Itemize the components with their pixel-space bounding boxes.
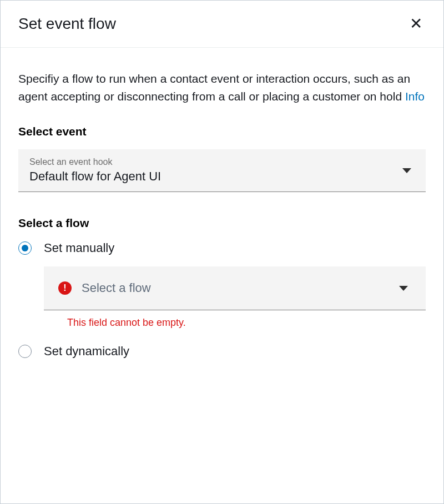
radio-manual[interactable] bbox=[18, 241, 32, 255]
chevron-down-icon bbox=[402, 168, 411, 173]
close-icon: ✕ bbox=[410, 16, 422, 32]
event-hook-select-inner: Select an event hook Default flow for Ag… bbox=[29, 157, 402, 184]
info-link[interactable]: Info bbox=[405, 90, 425, 103]
flow-select-error: This field cannot be empty. bbox=[67, 317, 426, 329]
chevron-down-icon bbox=[399, 286, 408, 291]
select-event-label: Select event bbox=[18, 125, 426, 138]
description-text: Specifiy a flow to run when a contact ev… bbox=[18, 70, 426, 105]
radio-dynamic-label[interactable]: Set dynamically bbox=[44, 344, 129, 359]
flow-mode-radio-group: Set manually ! Select a flow This field … bbox=[18, 241, 426, 359]
event-hook-hint: Select an event hook bbox=[29, 157, 402, 167]
radio-manual-label[interactable]: Set manually bbox=[44, 241, 114, 255]
radio-selected-icon bbox=[22, 245, 28, 251]
event-hook-value: Default flow for Agent UI bbox=[29, 169, 402, 184]
radio-dynamic[interactable] bbox=[18, 345, 32, 358]
close-button[interactable]: ✕ bbox=[406, 14, 426, 34]
select-flow-label: Select a flow bbox=[18, 216, 426, 230]
panel-body: Specifiy a flow to run when a contact ev… bbox=[1, 48, 443, 387]
error-icon: ! bbox=[58, 281, 72, 295]
set-event-flow-panel: Set event flow ✕ Specifiy a flow to run … bbox=[0, 0, 444, 504]
panel-title: Set event flow bbox=[18, 15, 116, 33]
flow-select-placeholder: Select a flow bbox=[82, 281, 151, 295]
radio-row-manual: Set manually bbox=[18, 241, 426, 255]
flow-select-left: ! Select a flow bbox=[58, 281, 151, 295]
description-content: Specifiy a flow to run when a contact ev… bbox=[18, 72, 410, 103]
flow-select[interactable]: ! Select a flow bbox=[44, 266, 426, 310]
panel-header: Set event flow ✕ bbox=[1, 1, 443, 48]
flow-select-area: ! Select a flow This field cannot be emp… bbox=[44, 266, 426, 329]
radio-row-dynamic: Set dynamically bbox=[18, 344, 426, 359]
event-hook-select[interactable]: Select an event hook Default flow for Ag… bbox=[18, 149, 426, 192]
